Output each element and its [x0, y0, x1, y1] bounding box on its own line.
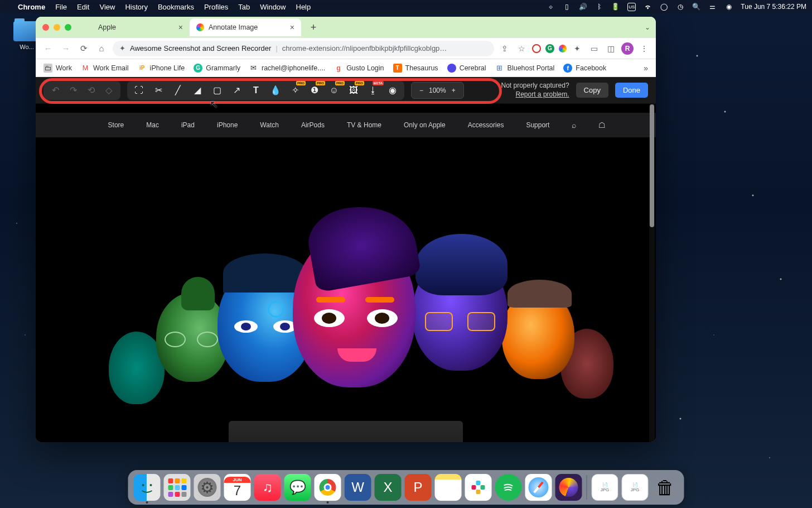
device-icon[interactable]: ▯	[563, 3, 571, 11]
bookmark-cerebral[interactable]: Cerebral	[447, 64, 486, 73]
share-icon[interactable]: ⇪	[499, 42, 511, 55]
nav-mac[interactable]: Mac	[146, 121, 159, 129]
menu-help[interactable]: Help	[296, 3, 311, 11]
zoom-out-button[interactable]: −	[417, 87, 426, 94]
zoom-in-button[interactable]: +	[450, 87, 458, 94]
resize-tool[interactable]: ⛶	[133, 84, 145, 97]
undo-button[interactable]: ↶	[49, 84, 61, 97]
menu-view[interactable]: View	[99, 3, 115, 11]
blur-tool[interactable]: 💧	[269, 84, 282, 97]
tabs-dropdown-icon[interactable]: ⌄	[645, 23, 650, 31]
emoji-tool[interactable]: ☺PRO	[328, 84, 340, 97]
spotlight-icon[interactable]: 🔍	[692, 3, 700, 11]
eraser-button[interactable]: ◇	[103, 84, 115, 97]
nav-ipad[interactable]: iPad	[181, 121, 195, 129]
watermark-tool[interactable]: ⭳BETA	[367, 84, 379, 97]
bookmark-work-email[interactable]: MWork Email	[81, 64, 129, 73]
input-source-icon[interactable]: US	[627, 3, 636, 11]
new-tab-button[interactable]: +	[306, 20, 321, 35]
dock-notes[interactable]	[435, 474, 462, 501]
captured-preview[interactable]: Store Mac iPad iPhone Watch AirPods TV &…	[36, 104, 656, 442]
cast-icon[interactable]: ▭	[588, 42, 600, 55]
fill-tool[interactable]: ◢	[191, 84, 204, 97]
maximize-window-button[interactable]	[65, 24, 71, 31]
nav-airpods[interactable]: AirPods	[301, 121, 325, 129]
step-tool[interactable]: ❶PRO	[308, 84, 321, 97]
restore-button[interactable]: ⟲	[85, 84, 97, 97]
adblock-icon[interactable]	[532, 44, 541, 53]
sidepanel-icon[interactable]: ◫	[605, 42, 617, 55]
control-center-icon[interactable]: ⚌	[708, 3, 717, 11]
bookmark-thesaurus[interactable]: TThesaurus	[393, 64, 438, 73]
done-button[interactable]: Done	[615, 83, 648, 98]
close-tab-icon[interactable]: ×	[290, 23, 294, 32]
nav-iphone[interactable]: iPhone	[217, 121, 238, 129]
chrome-menu-icon[interactable]: ⋮	[638, 42, 650, 55]
menubar-clock[interactable]: Tue Jun 7 5:36:22 PM	[741, 3, 806, 11]
dock-slack[interactable]	[465, 474, 492, 501]
bookmarks-overflow-icon[interactable]: »	[644, 64, 648, 73]
app-name[interactable]: Chrome	[18, 3, 45, 11]
menu-tab[interactable]: Tab	[238, 3, 250, 11]
profile-avatar[interactable]: R	[621, 42, 634, 55]
search-icon[interactable]: ⌕	[572, 121, 576, 130]
dock-launchpad[interactable]	[164, 474, 191, 501]
forward-button[interactable]: →	[59, 42, 72, 55]
text-tool[interactable]: T	[250, 84, 262, 97]
volume-icon[interactable]: 🔊	[579, 3, 587, 11]
awesome-screenshot-ext-icon[interactable]	[559, 45, 567, 52]
report-problem-link[interactable]: Report a problem.	[516, 90, 569, 98]
nav-support[interactable]: Support	[526, 121, 549, 129]
close-tab-icon[interactable]: ×	[178, 23, 183, 32]
dock-system-preferences[interactable]	[194, 474, 221, 501]
menu-window[interactable]: Window	[260, 3, 286, 11]
nav-watch[interactable]: Watch	[260, 121, 279, 129]
dock-messages[interactable]: 💬	[284, 474, 311, 501]
wifi-icon[interactable]	[644, 3, 652, 11]
dock-trash[interactable]: 🗑	[652, 474, 679, 501]
home-button[interactable]: ⌂	[95, 42, 108, 55]
bookmark-gusto[interactable]: gGusto Login	[334, 64, 384, 73]
grammarly-ext-icon[interactable]: G	[545, 44, 554, 53]
dock-spotify[interactable]	[495, 474, 522, 501]
bookmark-iphone-life[interactable]: iPiPhone Life	[138, 64, 185, 73]
menu-profiles[interactable]: Profiles	[204, 3, 228, 11]
menu-bookmarks[interactable]: Bookmarks	[158, 3, 194, 11]
copy-button[interactable]: Copy	[576, 83, 608, 98]
highlight-tool[interactable]: ✧PRO	[289, 84, 301, 97]
dropbox-icon[interactable]: ⟐	[547, 3, 555, 11]
battery-icon[interactable]: 🔋	[611, 3, 620, 11]
reload-button[interactable]: ⟳	[77, 42, 90, 55]
border-tool[interactable]: ◉	[386, 84, 399, 97]
dock-recent-doc-1[interactable]: 📄JPG	[592, 474, 618, 501]
menu-edit[interactable]: Edit	[77, 3, 89, 11]
line-tool[interactable]: ╱	[172, 84, 184, 97]
bookmark-bluehost[interactable]: ⊞Bluehost Portal	[495, 64, 555, 73]
user-icon[interactable]: ◯	[660, 3, 668, 11]
bluetooth-icon[interactable]: ᛒ	[595, 3, 603, 11]
dock-calendar[interactable]: JUN7	[224, 474, 251, 501]
dock-excel[interactable]: X	[375, 474, 402, 501]
bookmark-star-icon[interactable]: ☆	[515, 42, 528, 55]
clock-icon[interactable]: ◷	[676, 3, 684, 11]
back-button[interactable]: ←	[41, 42, 55, 55]
rectangle-tool[interactable]: ▢	[211, 84, 223, 97]
extensions-puzzle-icon[interactable]: ✦	[571, 42, 583, 55]
nav-accessories[interactable]: Accessories	[468, 121, 504, 129]
bookmark-rachel-mail[interactable]: ✉rachel@iphonelife....	[249, 64, 325, 73]
nav-only-on-apple[interactable]: Only on Apple	[404, 121, 446, 129]
bookmark-grammarly[interactable]: GGrammarly	[194, 64, 240, 73]
dock-recent-doc-2[interactable]: 📄JPG	[622, 474, 649, 501]
close-window-button[interactable]	[42, 24, 49, 31]
arrow-tool[interactable]: ↗	[230, 84, 243, 97]
tab-apple[interactable]: Apple ×	[78, 18, 190, 36]
scrollbar-thumb[interactable]	[650, 104, 654, 227]
vertical-scrollbar[interactable]	[649, 104, 655, 442]
nav-store[interactable]: Store	[108, 121, 124, 129]
image-tool[interactable]: 🖼PRO	[347, 84, 360, 97]
redo-button[interactable]: ↷	[67, 84, 79, 97]
menu-history[interactable]: History	[125, 3, 147, 11]
dock-finder[interactable]	[134, 474, 161, 501]
bookmark-facebook[interactable]: fFacebook	[563, 64, 606, 73]
tab-annotate-image[interactable]: Annotate Image ×	[190, 18, 301, 36]
